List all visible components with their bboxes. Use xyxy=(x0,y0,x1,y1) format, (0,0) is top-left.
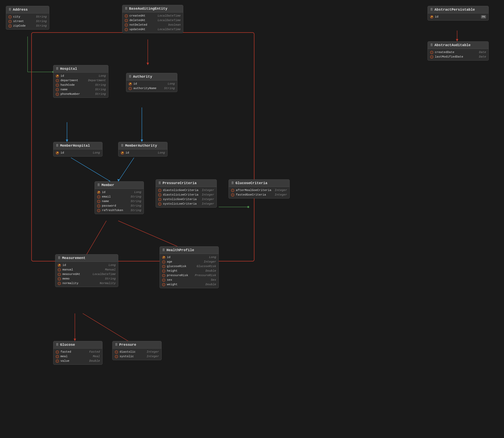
field-hospital-hash: o hashCode String xyxy=(54,83,108,87)
field-hp-sex: o sex Sex xyxy=(160,278,218,282)
field-pc-systolicloe: o systolicLoeCriteria Integer xyxy=(156,202,216,206)
field-hp-pressurerisk: o pressureRisk PressureRisk xyxy=(160,273,218,278)
field-ma-id: 🔑 id Long xyxy=(118,151,167,155)
field-meas-id: 🔑 id Long xyxy=(55,263,118,267)
base-auditing-header: 🗄 BaseAuditingEntity xyxy=(122,5,183,12)
field-hp-weight: o weight Double xyxy=(160,282,218,287)
pressure-criteria-header: 🗄 PressureCriteria xyxy=(156,180,216,187)
field-meas-manual: o manual Manual xyxy=(55,267,118,272)
field-member-password: o password String xyxy=(95,204,144,208)
field-lastmodifieddate: o lastModifiedDate Date xyxy=(428,55,488,59)
field-gc-aftermeal: o afterMealGoeCriteria Integer xyxy=(229,188,290,193)
base-auditing-entity: 🗄 BaseAuditingEntity o createdAt LocalDa… xyxy=(122,5,183,33)
health-profile-header: 🗄 HealthProfile xyxy=(160,247,218,254)
field-gluc-meal: o meal Meal xyxy=(54,354,102,359)
address-icon: 🗄 xyxy=(9,8,11,11)
health-profile-entity: 🗄 HealthProfile 🔑 id Long o age Integer … xyxy=(160,246,219,288)
field-member-id: 🔑 id Long xyxy=(95,190,144,195)
member-entity: 🗄 Member 🔑 id Long o email String o name… xyxy=(95,181,144,214)
field-hp-glucoserisk: o glucoseRisk GlucoseRisk xyxy=(160,264,218,269)
field-hospital-dept: o department Department xyxy=(54,78,108,83)
field-gluc-value: o value Double xyxy=(54,359,102,363)
field-createddate: o createdDate Date xyxy=(428,50,488,55)
member-authority-entity: 🗄 MemberAuthority 🔑 id Long xyxy=(118,142,168,156)
member-header: 🗄 Member xyxy=(95,182,144,189)
svg-marker-6 xyxy=(66,140,68,142)
member-hospital-header: 🗄 MemberHospital xyxy=(54,142,102,149)
field-icon-street: o xyxy=(9,20,12,23)
field-ap-id: 🔑 id PK xyxy=(428,15,488,19)
field-auth-id: 🔑 id Long xyxy=(126,82,177,86)
field-hospital-id: 🔑 id Long xyxy=(54,74,108,78)
field-press-diastolic: o diastolic Integer xyxy=(113,350,161,354)
svg-line-11 xyxy=(118,158,134,181)
field-hospital-name: o name String xyxy=(54,87,108,92)
svg-point-16 xyxy=(247,206,249,208)
hospital-entity: 🗄 Hospital 🔑 id Long o department Depart… xyxy=(53,65,108,98)
svg-line-13 xyxy=(87,221,107,254)
base-auditing-fields: o createdAt LocalDateTime o deletedAt Lo… xyxy=(122,12,183,33)
field-city: o city String xyxy=(6,15,49,19)
field-icon-city: o xyxy=(9,15,12,19)
field-gluc-fasted: o fasted Fasted xyxy=(54,350,102,354)
svg-marker-12 xyxy=(118,179,120,181)
abstract-auditable-header: 🗄 AbstractAuditable xyxy=(428,42,488,49)
field-pc-diastolicgoe: o diastolicGoeCriteria Integer xyxy=(156,188,216,193)
authority-header: 🗄 Authority xyxy=(126,73,177,80)
field-press-systolic: o systolic Integer xyxy=(113,354,161,359)
measurement-header: 🗄 Measurement xyxy=(55,254,118,262)
pressure-entity: 🗄 Pressure o diastolic Integer o systoli… xyxy=(112,341,161,360)
field-icon-createdat: o xyxy=(125,14,128,18)
field-hp-height: o height Double xyxy=(160,269,218,273)
field-updatedat: o updatedAt LocalDateTime xyxy=(122,27,183,32)
glucose-criteria-header: 🗄 GlucoseCriteria xyxy=(229,180,290,187)
svg-marker-19 xyxy=(74,339,76,341)
field-gc-fasted: o fastedGoeCriteria Integer xyxy=(229,193,290,197)
field-notdeleted: o notDeleted boolean xyxy=(122,23,183,27)
field-createdat: o createdAt LocalDateTime xyxy=(122,14,183,18)
svg-marker-22 xyxy=(456,39,458,41)
svg-marker-4 xyxy=(147,63,149,65)
authority-entity: 🗄 Authority 🔑 id Long o authorityName St… xyxy=(126,73,177,92)
svg-line-20 xyxy=(83,313,128,341)
svg-line-14 xyxy=(118,221,177,246)
abstract-auditable-entity: 🗄 AbstractAuditable o createdDate Date o… xyxy=(428,41,489,61)
field-auth-name: o authorityName String xyxy=(126,86,177,91)
field-member-token: o refreshToken String xyxy=(95,208,144,213)
svg-line-9 xyxy=(71,158,110,181)
svg-marker-8 xyxy=(141,140,143,142)
field-icon-zipcode: o xyxy=(9,24,12,28)
field-member-email: o email String xyxy=(95,195,144,199)
pressure-criteria-entity: 🗄 PressureCriteria o diastolicGoeCriteri… xyxy=(156,179,217,208)
abstract-persistable-header: 🗄 AbstractPersistable xyxy=(428,6,488,13)
field-hp-id: 🔑 id Long xyxy=(160,255,218,260)
base-auditing-title: BaseAuditingEntity xyxy=(129,7,167,11)
glucose-header: 🗄 Glucose xyxy=(54,341,102,349)
member-hospital-entity: 🗄 MemberHospital 🔑 id Long xyxy=(53,142,102,156)
field-pc-systolicgoe: o systolicGoeCriteria Integer xyxy=(156,197,216,202)
field-hospital-phone: o phoneNumber String xyxy=(54,92,108,96)
field-zipcode: o zipCode String xyxy=(6,24,49,28)
glucose-criteria-entity: 🗄 GlucoseCriteria o afterMealGoeCriteria… xyxy=(229,179,290,198)
member-authority-header: 🗄 MemberAuthority xyxy=(118,142,167,149)
field-meas-memo: o memo String xyxy=(55,276,118,281)
field-hp-age: o age Integer xyxy=(160,260,218,264)
field-meas-measuredat: o measuredAt LocalDateTime xyxy=(55,272,118,276)
field-deletedat: o deletedAt LocalDateTime xyxy=(122,18,183,23)
field-mh-id: 🔑 id Long xyxy=(54,151,102,155)
field-pc-diastolicloe: o diastolicLoeCriteria Integer xyxy=(156,193,216,197)
address-title: Address xyxy=(13,8,28,12)
glucose-entity: 🗄 Glucose o fasted Fasted o meal Meal o … xyxy=(53,341,102,365)
address-fields: o city String o street String o zipCode … xyxy=(6,13,49,29)
field-member-name: o name String xyxy=(95,199,144,204)
measurement-entity: 🗄 Measurement 🔑 id Long o manual Manual … xyxy=(55,254,118,287)
address-entity: 🗄 Address o city String o street String … xyxy=(6,6,49,30)
address-header: 🗄 Address xyxy=(6,6,49,13)
pressure-header: 🗄 Pressure xyxy=(113,341,161,349)
field-street: o street String xyxy=(6,19,49,24)
hospital-header: 🗄 Hospital xyxy=(54,65,108,73)
abstract-persistable-entity: 🗄 AbstractPersistable 🔑 id PK xyxy=(428,6,489,21)
field-meas-normality: o normality Normality xyxy=(55,281,118,286)
